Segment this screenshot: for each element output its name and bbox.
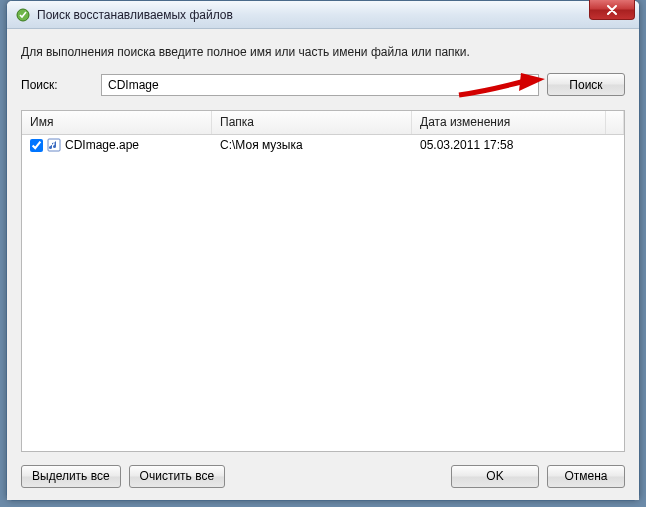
column-header-folder[interactable]: Папка [212, 111, 412, 134]
row-checkbox[interactable] [30, 139, 43, 152]
list-body[interactable]: CDImage.apeC:\Моя музыка05.03.2011 17:58 [22, 135, 624, 451]
button-bar: Выделить все Очистить все OK Отмена [21, 462, 625, 490]
svg-rect-1 [48, 139, 60, 151]
search-input[interactable] [101, 74, 539, 96]
search-button[interactable]: Поиск [547, 73, 625, 96]
dialog-window: Поиск восстанавливаемых файлов Для выпол… [6, 0, 640, 501]
list-header: Имя Папка Дата изменения [22, 111, 624, 135]
column-header-spacer [606, 111, 624, 134]
close-button[interactable] [589, 0, 635, 20]
cell-folder: C:\Моя музыка [212, 138, 412, 152]
app-icon [15, 7, 31, 23]
cell-name: CDImage.ape [22, 138, 212, 152]
file-name: CDImage.ape [65, 138, 139, 152]
window-title: Поиск восстанавливаемых файлов [37, 8, 233, 22]
cell-date: 05.03.2011 17:58 [412, 138, 624, 152]
search-label: Поиск: [21, 78, 93, 92]
content-area: Для выполнения поиска введите полное имя… [7, 29, 639, 500]
titlebar[interactable]: Поиск восстанавливаемых файлов [7, 1, 639, 29]
clear-all-button[interactable]: Очистить все [129, 465, 225, 488]
table-row[interactable]: CDImage.apeC:\Моя музыка05.03.2011 17:58 [22, 135, 624, 155]
music-file-icon [47, 138, 61, 152]
column-header-name[interactable]: Имя [22, 111, 212, 134]
column-header-date[interactable]: Дата изменения [412, 111, 606, 134]
close-icon [606, 5, 618, 15]
instruction-text: Для выполнения поиска введите полное имя… [21, 45, 625, 59]
select-all-button[interactable]: Выделить все [21, 465, 121, 488]
ok-button[interactable]: OK [451, 465, 539, 488]
search-row: Поиск: Поиск [21, 73, 625, 96]
results-list: Имя Папка Дата изменения CDImage.apeC:\М… [21, 110, 625, 452]
cancel-button[interactable]: Отмена [547, 465, 625, 488]
